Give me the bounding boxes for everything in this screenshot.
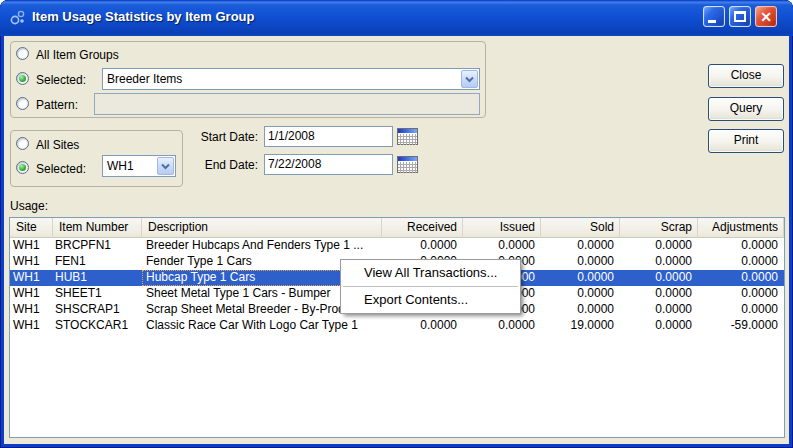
dialog-window: Item Usage Statistics by Item Group ✕ Al… bbox=[0, 0, 793, 448]
usage-table: Site Item Number Description Received Is… bbox=[9, 217, 785, 438]
column-header-received[interactable]: Received bbox=[382, 218, 463, 238]
cell-item-number: SHEET1 bbox=[53, 286, 142, 302]
radio-all-sites-label[interactable]: All Sites bbox=[36, 138, 79, 153]
radio-selected-item-group[interactable] bbox=[16, 72, 29, 85]
cell-issued: 0.0000 bbox=[463, 318, 541, 334]
cell-site: WH1 bbox=[10, 270, 53, 286]
cell-item-number: BRCPFN1 bbox=[53, 238, 142, 254]
radio-all-sites[interactable] bbox=[16, 137, 29, 150]
gears-icon bbox=[9, 9, 27, 27]
cell-adjustments: 0.0000 bbox=[698, 254, 784, 270]
cell-adjustments: -59.0000 bbox=[698, 318, 784, 334]
start-date-calendar-icon[interactable] bbox=[397, 128, 418, 145]
cell-item-number: FEN1 bbox=[53, 254, 142, 270]
chevron-down-icon[interactable] bbox=[157, 157, 174, 175]
column-header-description[interactable]: Description bbox=[142, 218, 382, 238]
cell-item-number: STOCKCAR1 bbox=[53, 318, 142, 334]
start-date-label: Start Date: bbox=[180, 130, 258, 145]
table-row[interactable]: WH1 STOCKCAR1 Classic Race Car With Logo… bbox=[10, 318, 784, 334]
radio-all-item-groups[interactable] bbox=[16, 47, 29, 60]
cell-sold: 0.0000 bbox=[541, 286, 620, 302]
site-combobox[interactable]: WH1 bbox=[102, 155, 176, 177]
maximize-icon[interactable] bbox=[729, 6, 751, 27]
end-date-label: End Date: bbox=[180, 158, 258, 173]
cell-description: Classic Race Car With Logo Car Type 1 bbox=[142, 318, 382, 334]
site-combobox-value: WH1 bbox=[107, 158, 134, 174]
cell-scrap: 0.0000 bbox=[620, 318, 698, 334]
close-icon[interactable]: ✕ bbox=[755, 6, 777, 27]
cell-site: WH1 bbox=[10, 254, 53, 270]
table-row[interactable]: WH1 BRCPFN1 Breeder Hubcaps And Fenders … bbox=[10, 238, 784, 254]
cell-adjustments: 0.0000 bbox=[698, 270, 784, 286]
pattern-input[interactable] bbox=[94, 93, 480, 115]
query-button[interactable]: Query bbox=[708, 97, 784, 121]
column-header-item-number[interactable]: Item Number bbox=[53, 218, 142, 238]
radio-pattern-label[interactable]: Pattern: bbox=[36, 98, 78, 113]
menu-item-export-contents[interactable]: Export Contents... bbox=[341, 289, 520, 311]
window-title: Item Usage Statistics by Item Group bbox=[32, 9, 255, 24]
radio-selected-site[interactable] bbox=[16, 161, 29, 174]
cell-site: WH1 bbox=[10, 318, 53, 334]
end-date-calendar-icon[interactable] bbox=[397, 156, 418, 173]
item-group-combobox-value: Breeder Items bbox=[107, 71, 182, 87]
start-date-input[interactable]: 1/1/2008 bbox=[264, 126, 393, 147]
cell-site: WH1 bbox=[10, 302, 53, 318]
table-header-row: Site Item Number Description Received Is… bbox=[10, 218, 784, 238]
cell-adjustments: 0.0000 bbox=[698, 238, 784, 254]
column-header-scrap[interactable]: Scrap bbox=[620, 218, 698, 238]
cell-scrap: 0.0000 bbox=[620, 270, 698, 286]
cell-scrap: 0.0000 bbox=[620, 238, 698, 254]
cell-adjustments: 0.0000 bbox=[698, 286, 784, 302]
item-group-combobox[interactable]: Breeder Items bbox=[102, 68, 480, 90]
cell-adjustments: 0.0000 bbox=[698, 302, 784, 318]
menu-item-view-all-transactions[interactable]: View All Transactions... bbox=[341, 262, 520, 284]
cell-site: WH1 bbox=[10, 286, 53, 302]
radio-selected-item-group-label[interactable]: Selected: bbox=[36, 73, 86, 88]
radio-selected-site-label[interactable]: Selected: bbox=[36, 162, 86, 177]
minimize-icon[interactable] bbox=[703, 6, 725, 27]
cell-sold: 0.0000 bbox=[541, 270, 620, 286]
window-controls: ✕ bbox=[703, 6, 777, 27]
cell-scrap: 0.0000 bbox=[620, 302, 698, 318]
usage-label: Usage: bbox=[10, 199, 48, 213]
cell-received: 0.0000 bbox=[382, 238, 463, 254]
cell-sold: 19.0000 bbox=[541, 318, 620, 334]
column-header-issued[interactable]: Issued bbox=[463, 218, 541, 238]
radio-pattern[interactable] bbox=[16, 97, 29, 110]
context-menu: View All Transactions... Export Contents… bbox=[340, 259, 521, 314]
cell-received: 0.0000 bbox=[382, 318, 463, 334]
print-button[interactable]: Print bbox=[708, 129, 784, 153]
cell-issued: 0.0000 bbox=[463, 238, 541, 254]
chevron-down-icon[interactable] bbox=[461, 70, 478, 88]
title-bar[interactable]: Item Usage Statistics by Item Group ✕ bbox=[0, 0, 793, 36]
cell-description: Breeder Hubcaps And Fenders Type 1 ... bbox=[142, 238, 382, 254]
radio-all-item-groups-label[interactable]: All Item Groups bbox=[36, 48, 119, 63]
column-header-adjustments[interactable]: Adjustments bbox=[698, 218, 784, 238]
cell-site: WH1 bbox=[10, 238, 53, 254]
cell-sold: 0.0000 bbox=[541, 302, 620, 318]
cell-scrap: 0.0000 bbox=[620, 254, 698, 270]
close-button[interactable]: Close bbox=[708, 64, 784, 88]
cell-scrap: 0.0000 bbox=[620, 286, 698, 302]
end-date-input[interactable]: 7/22/2008 bbox=[264, 154, 393, 175]
column-header-sold[interactable]: Sold bbox=[541, 218, 620, 238]
menu-separator bbox=[343, 286, 518, 287]
cell-item-number: SHSCRAP1 bbox=[53, 302, 142, 318]
cell-sold: 0.0000 bbox=[541, 254, 620, 270]
column-header-site[interactable]: Site bbox=[10, 218, 53, 238]
cell-sold: 0.0000 bbox=[541, 238, 620, 254]
cell-item-number: HUB1 bbox=[53, 270, 142, 286]
